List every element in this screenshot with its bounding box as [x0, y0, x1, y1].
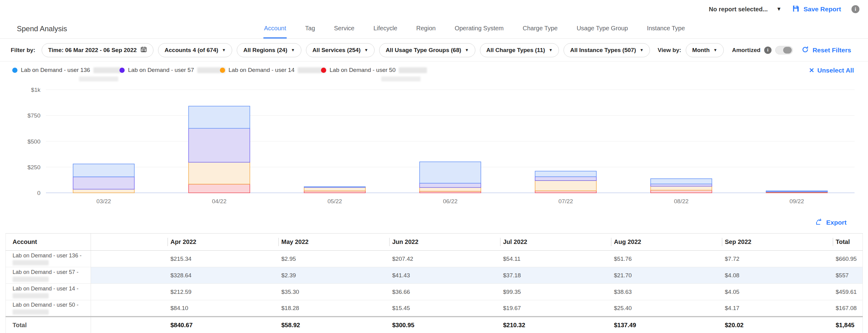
value-cell: $557: [833, 267, 863, 284]
value-cell: $35.30: [278, 284, 389, 300]
reset-filters-label: Reset Filters: [812, 46, 851, 54]
tab-account[interactable]: Account: [264, 19, 287, 39]
value-cell: $7.72: [722, 251, 833, 267]
svg-text:0: 0: [37, 190, 40, 196]
svg-text:03/22: 03/22: [96, 198, 111, 204]
instance-types-filter-pill[interactable]: All Instance Types (507) ▼: [563, 43, 650, 57]
tab-region[interactable]: Region: [415, 19, 436, 39]
report-selector-value: No report selected...: [709, 6, 768, 13]
chevron-down-icon: ▼: [364, 48, 368, 52]
table-row-user-136[interactable]: Lab on Demand - user 136 - $215.34 $2.95…: [6, 251, 863, 267]
redacted-text: [399, 67, 427, 73]
column-header-account[interactable]: Account: [6, 234, 91, 251]
legend-item-user-14[interactable]: Lab on Demand - user 14: [220, 67, 326, 73]
regions-filter-pill[interactable]: All Regions (24) ▼: [237, 43, 301, 57]
table-row-user-14[interactable]: Lab on Demand - user 14 - $212.59 $35.30…: [6, 284, 863, 300]
legend-dot-red: [321, 68, 326, 73]
value-cell: $25.40: [611, 300, 722, 317]
value-cell: $4.05: [722, 284, 833, 300]
value-cell: $2.39: [278, 267, 389, 284]
save-report-button[interactable]: Save Report: [792, 5, 841, 14]
accounts-filter-value: Accounts 4 (of 674): [164, 47, 218, 54]
total-value-cell: $20.02: [722, 317, 833, 333]
value-cell: $37.18: [500, 267, 611, 284]
filter-bar: Filter by: Time: 06 Mar 2022 - 06 Sep 20…: [0, 39, 868, 62]
legend-label: Lab on Demand - user 14: [228, 67, 294, 73]
spacer-cell: [91, 284, 167, 300]
spacer-cell: [91, 317, 167, 333]
value-cell: $21.70: [611, 267, 722, 284]
legend-label: Lab on Demand - user 136: [21, 67, 90, 73]
view-by-label: View by:: [658, 47, 681, 54]
topbar: No report selected... ▼ Save Report i: [709, 3, 860, 15]
page-title: Spend Analysis: [17, 25, 67, 33]
table-header-row: Account Apr 2022 May 2022 Jun 2022 Jul 2…: [6, 234, 863, 251]
column-header-may[interactable]: May 2022: [278, 234, 389, 251]
chevron-down-icon: ▼: [465, 48, 469, 52]
redacted-text: [12, 260, 49, 265]
tab-operating-system[interactable]: Operating System: [454, 19, 504, 39]
chevron-down-icon: ▼: [222, 48, 226, 52]
column-header-aug[interactable]: Aug 2022: [611, 234, 722, 251]
account-cell: Lab on Demand - user 57 -: [6, 267, 91, 284]
amortized-label: Amortized: [732, 47, 761, 54]
tab-usage-type-group[interactable]: Usage Type Group: [576, 19, 629, 39]
view-by-dropdown[interactable]: Month ▼: [686, 43, 724, 57]
tab-bar: Account Tag Service Lifecycle Region Ope…: [264, 19, 685, 39]
column-header-total[interactable]: Total: [833, 234, 863, 251]
calendar-icon: [140, 46, 147, 54]
svg-text:$1k: $1k: [31, 87, 40, 93]
svg-text:06/22: 06/22: [443, 198, 458, 204]
column-header-jul[interactable]: Jul 2022: [500, 234, 611, 251]
charge-types-filter-pill[interactable]: All Charge Types (11) ▼: [480, 43, 559, 57]
column-divider: [833, 238, 833, 246]
regions-filter-value: All Regions (24): [243, 47, 287, 54]
value-cell: $328.64: [167, 267, 278, 284]
svg-text:07/22: 07/22: [558, 198, 573, 204]
usage-type-groups-filter-pill[interactable]: All Usage Type Groups (68) ▼: [379, 43, 475, 57]
chart-canvas: $1k$750$500$250003/2204/2205/2206/2207/2…: [0, 82, 868, 211]
report-selector-dropdown[interactable]: No report selected... ▼: [709, 6, 781, 13]
info-icon[interactable]: i: [851, 5, 860, 13]
column-header-sep[interactable]: Sep 2022: [722, 234, 833, 251]
unselect-all-label: Unselect All: [817, 67, 854, 74]
svg-text:08/22: 08/22: [674, 198, 689, 204]
value-cell: $41.43: [389, 267, 500, 284]
legend-dot-blue: [12, 68, 18, 73]
svg-text:$250: $250: [28, 164, 40, 170]
table-row-user-57[interactable]: Lab on Demand - user 57 - $328.64 $2.39 …: [6, 267, 863, 284]
spend-analysis-page: No report selected... ▼ Save Report i Sp…: [0, 0, 868, 333]
column-header-jun[interactable]: Jun 2022: [389, 234, 500, 251]
chevron-down-icon: ▼: [549, 48, 553, 52]
amortized-toggle[interactable]: [775, 46, 793, 55]
tab-service[interactable]: Service: [334, 19, 355, 39]
tab-lifecycle[interactable]: Lifecycle: [373, 19, 398, 39]
tab-tag[interactable]: Tag: [305, 19, 315, 39]
legend-item-user-136[interactable]: Lab on Demand - user 136: [12, 67, 122, 73]
accounts-filter-pill[interactable]: Accounts 4 (of 674) ▼: [158, 43, 232, 57]
chevron-down-icon: ▼: [776, 6, 782, 12]
services-filter-pill[interactable]: All Services (254) ▼: [306, 43, 375, 57]
tab-instance-type[interactable]: Instance Type: [646, 19, 685, 39]
header-row: Spend Analysis Account Tag Service Lifec…: [0, 19, 868, 39]
reset-filters-button[interactable]: Reset Filters: [802, 46, 851, 55]
value-cell: $2.95: [278, 251, 389, 267]
unselect-all-button[interactable]: ✕ Unselect All: [809, 67, 854, 74]
export-button[interactable]: Export: [815, 215, 846, 230]
filter-by-label: Filter by:: [11, 47, 35, 54]
legend-item-user-57[interactable]: Lab on Demand - user 57: [119, 67, 225, 73]
table-row-user-50[interactable]: Lab on Demand - user 50 - $84.10 $18.28 …: [6, 300, 863, 317]
refresh-icon: [802, 46, 809, 55]
account-cell: Lab on Demand - user 14 -: [6, 284, 91, 300]
total-value-cell: $210.32: [500, 317, 611, 333]
total-value-cell: $1,845: [833, 317, 863, 333]
tab-charge-type[interactable]: Charge Type: [522, 19, 558, 39]
time-range-value: Time: 06 Mar 2022 - 06 Sep 2022: [48, 47, 136, 54]
column-header-apr[interactable]: Apr 2022: [167, 234, 278, 251]
legend-item-user-50[interactable]: Lab on Demand - user 50: [321, 67, 427, 73]
account-cell: Lab on Demand - user 50 -: [6, 300, 91, 317]
info-icon[interactable]: i: [764, 46, 772, 54]
spend-bar-chart[interactable]: $1k$750$500$250003/2204/2205/2206/2207/2…: [0, 82, 868, 211]
total-value-cell: $137.49: [611, 317, 722, 333]
time-range-pill[interactable]: Time: 06 Mar 2022 - 06 Sep 2022: [42, 43, 153, 57]
